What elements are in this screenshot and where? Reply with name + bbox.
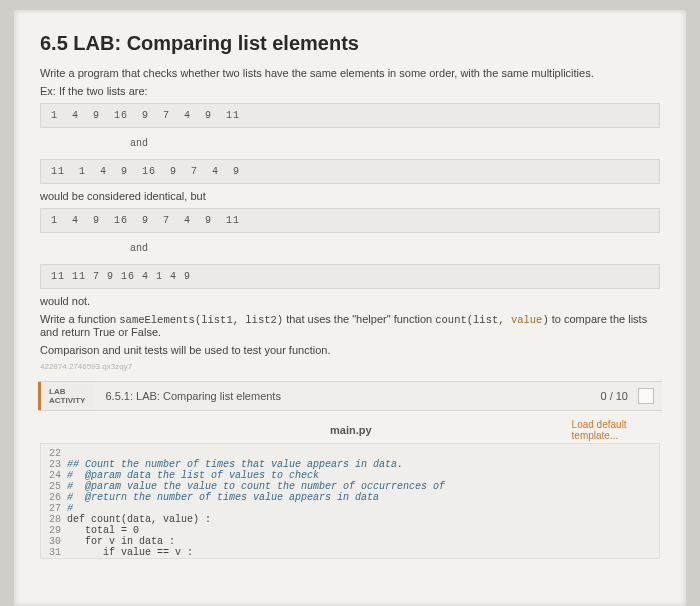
intro-text-2: Ex: If the two lists are: bbox=[40, 85, 660, 97]
code-text: for v in data : bbox=[67, 536, 175, 547]
editor-line[interactable]: 28def count(data, value) : bbox=[41, 514, 659, 525]
text-fragment: Write a function bbox=[40, 313, 119, 325]
code-text: # @param value the value to count the nu… bbox=[67, 481, 445, 492]
code-inline-value: value bbox=[511, 314, 543, 326]
body-text-1: would be considered identical, but bbox=[40, 190, 660, 202]
line-number: 23 bbox=[41, 459, 67, 470]
code-inline-1: sameElements(list1, list2) bbox=[119, 314, 283, 326]
tiny-id: 422874.2746593.qx3zqy7 bbox=[40, 362, 660, 371]
editor-line[interactable]: 29 total = 0 bbox=[41, 525, 659, 536]
editor-line[interactable]: 27# bbox=[41, 503, 659, 514]
editor-line[interactable]: 30 for v in data : bbox=[41, 536, 659, 547]
file-bar: main.py Load default template... bbox=[130, 419, 660, 441]
code-text: # @return the number of times value appe… bbox=[67, 492, 379, 503]
editor-line[interactable]: 26# @return the number of times value ap… bbox=[41, 492, 659, 503]
file-name: main.py bbox=[330, 424, 372, 436]
intro-text-1: Write a program that checks whether two … bbox=[40, 67, 660, 79]
line-number: 31 bbox=[41, 547, 67, 558]
lab-activity-bar: LAB ACTIVITY 6.5.1: LAB: Comparing list … bbox=[38, 381, 662, 411]
page: 6.5 LAB: Comparing list elements Write a… bbox=[14, 10, 686, 606]
code-text: # bbox=[67, 503, 73, 514]
line-number: 26 bbox=[41, 492, 67, 503]
load-default-template-link[interactable]: Load default template... bbox=[572, 419, 660, 441]
line-number: 28 bbox=[41, 514, 67, 525]
text-fragment: that uses the "helper" function bbox=[283, 313, 435, 325]
line-number: 30 bbox=[41, 536, 67, 547]
code-text: total = 0 bbox=[67, 525, 139, 536]
code-block-3: 1 4 9 16 9 7 4 9 11 bbox=[40, 208, 660, 233]
code-block-2: 11 1 4 9 16 9 7 4 9 bbox=[40, 159, 660, 184]
and-label-2: and bbox=[40, 239, 660, 258]
page-title: 6.5 LAB: Comparing list elements bbox=[40, 32, 660, 55]
line-number: 24 bbox=[41, 470, 67, 481]
code-block-4: 11 11 7 9 16 4 1 4 9 bbox=[40, 264, 660, 289]
code-text: def count(data, value) : bbox=[67, 514, 211, 525]
editor-line[interactable]: 31 if value == v : bbox=[41, 547, 659, 558]
editor-line[interactable]: 25# @param value the value to count the … bbox=[41, 481, 659, 492]
and-label-1: and bbox=[40, 134, 660, 153]
code-text: ## Count the number of times that value … bbox=[67, 459, 403, 470]
lab-title: 6.5.1: LAB: Comparing list elements bbox=[95, 382, 594, 410]
line-number: 29 bbox=[41, 525, 67, 536]
lab-score: 0 / 10 bbox=[594, 382, 634, 410]
lab-badge-line2: ACTIVITY bbox=[49, 397, 85, 406]
editor-line[interactable]: 22 bbox=[41, 448, 659, 459]
code-editor[interactable]: 2223## Count the number of times that va… bbox=[40, 443, 660, 559]
code-inline-2: count(list, bbox=[435, 314, 511, 326]
line-number: 22 bbox=[41, 448, 67, 459]
line-number: 25 bbox=[41, 481, 67, 492]
editor-line[interactable]: 24# @param data the list of values to ch… bbox=[41, 470, 659, 481]
body-text-3: Write a function sameElements(list1, lis… bbox=[40, 313, 660, 338]
code-text: if value == v : bbox=[67, 547, 193, 558]
body-text-2: would not. bbox=[40, 295, 660, 307]
editor-line[interactable]: 23## Count the number of times that valu… bbox=[41, 459, 659, 470]
code-text: # @param data the list of values to chec… bbox=[67, 470, 319, 481]
body-text-4: Comparison and unit tests will be used t… bbox=[40, 344, 660, 356]
lab-checkbox[interactable] bbox=[638, 388, 654, 404]
lab-badge: LAB ACTIVITY bbox=[38, 382, 95, 410]
line-number: 27 bbox=[41, 503, 67, 514]
code-block-1: 1 4 9 16 9 7 4 9 11 bbox=[40, 103, 660, 128]
